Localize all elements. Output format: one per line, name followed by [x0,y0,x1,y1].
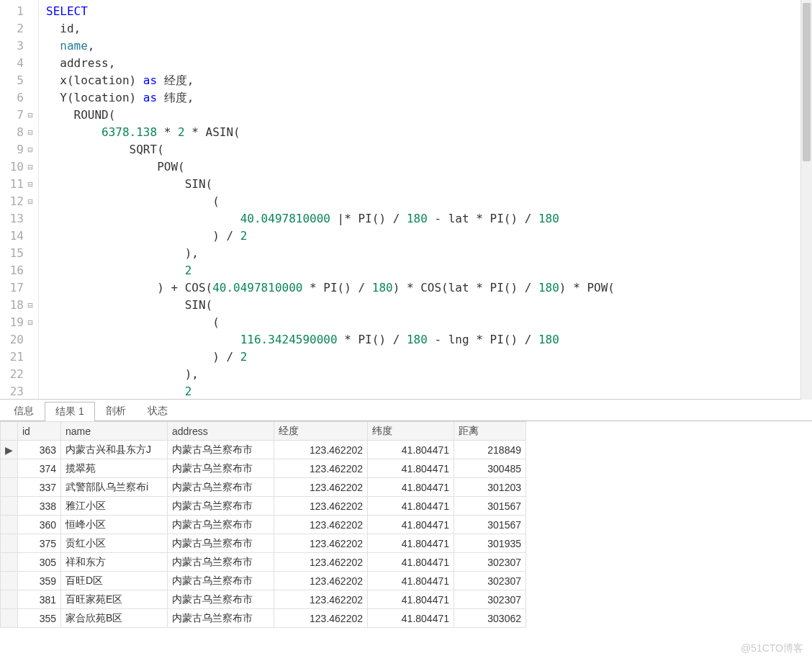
fold-icon[interactable]: ⊟ [24,297,37,314]
cell[interactable]: 41.804471 [368,590,454,609]
table-row[interactable]: 305祥和东方内蒙古乌兰察布市123.46220241.804471302307 [1,553,526,572]
code-line[interactable]: POW( [46,158,812,176]
tab-信息[interactable]: 信息 [3,401,45,421]
code-line[interactable]: ) + COS(40.0497810000 * PI() / 180) * CO… [46,279,812,297]
cell[interactable]: 雅江小区 [61,497,168,516]
cell[interactable]: 内蒙古乌兰察布市 [168,497,274,516]
code-line[interactable]: 40.0497810000 |* PI() / 180 - lat * PI()… [46,210,812,228]
code-line[interactable]: ( [46,314,812,331]
table-row[interactable]: 381百旺家苑E区内蒙古乌兰察布市123.46220241.8044713023… [1,590,526,609]
column-header[interactable]: 纬度 [368,422,454,441]
scrollbar-thumb[interactable] [803,3,811,161]
cell[interactable]: 41.804471 [368,534,454,553]
code-line[interactable]: ), [46,245,812,262]
cell[interactable]: 359 [18,572,61,590]
column-header[interactable]: 距离 [454,422,526,441]
fold-icon[interactable]: ⊟ [24,141,37,158]
code-line[interactable]: SQRT( [46,141,812,158]
cell[interactable]: 41.804471 [368,497,454,516]
cell[interactable]: 内蒙古乌兰察布市 [168,609,274,628]
cell[interactable]: 揽翠苑 [61,459,168,478]
cell[interactable]: 360 [18,516,61,534]
cell[interactable]: 内蒙古乌兰察布市 [168,516,274,534]
cell[interactable]: 贡红小区 [61,534,168,553]
cell[interactable]: 338 [18,497,61,516]
cell[interactable]: 百旺家苑E区 [61,590,168,609]
cell[interactable]: 301567 [454,497,526,516]
column-header[interactable]: id [18,422,61,441]
tab-剖析[interactable]: 剖析 [95,401,137,421]
code-line[interactable]: address, [46,55,812,72]
table-row[interactable]: 337武警部队乌兰察布i内蒙古乌兰察布市123.46220241.8044713… [1,478,526,497]
cell[interactable]: 300485 [454,459,526,478]
column-header[interactable]: name [61,422,168,441]
cell[interactable]: 301567 [454,516,526,534]
cell[interactable]: 123.462202 [274,590,368,609]
fold-icon[interactable]: ⊟ [24,107,37,124]
cell[interactable]: 302307 [454,590,526,609]
results-grid[interactable]: idnameaddress经度纬度距离 ▶363内蒙古兴和县东方J内蒙古乌兰察布… [0,421,812,628]
cell[interactable]: 303062 [454,609,526,628]
code-line[interactable]: ( [46,193,812,210]
cell[interactable]: 41.804471 [368,553,454,572]
cell[interactable]: 内蒙古乌兰察布市 [168,441,274,459]
fold-icon[interactable]: ⊟ [24,158,37,176]
cell[interactable]: 41.804471 [368,459,454,478]
cell[interactable]: 家合欣苑B区 [61,609,168,628]
code-line[interactable]: ) / 2 [46,228,812,245]
cell[interactable]: 武警部队乌兰察布i [61,478,168,497]
cell[interactable]: 302307 [454,553,526,572]
column-header[interactable]: 经度 [274,422,368,441]
cell[interactable]: 内蒙古乌兰察布市 [168,459,274,478]
cell[interactable]: 123.462202 [274,497,368,516]
cell[interactable]: 123.462202 [274,441,368,459]
code-line[interactable]: SIN( [46,297,812,314]
code-line[interactable]: 6378.138 * 2 * ASIN( [46,124,812,141]
table-row[interactable]: 359百旺D区内蒙古乌兰察布市123.46220241.804471302307 [1,572,526,590]
cell[interactable]: 375 [18,534,61,553]
cell[interactable]: 恒峰小区 [61,516,168,534]
cell[interactable]: 内蒙古乌兰察布市 [168,553,274,572]
code-line[interactable]: 116.3424590000 * PI() / 180 - lng * PI()… [46,331,812,349]
cell[interactable]: 301935 [454,534,526,553]
cell[interactable]: 123.462202 [274,478,368,497]
fold-icon[interactable]: ⊟ [24,124,37,141]
cell[interactable]: 123.462202 [274,516,368,534]
cell[interactable]: 内蒙古乌兰察布市 [168,478,274,497]
cell[interactable]: 337 [18,478,61,497]
code-line[interactable]: id, [46,20,812,37]
code-line[interactable]: Y(location) as 纬度, [46,89,812,107]
cell[interactable]: 123.462202 [274,534,368,553]
code-line[interactable]: 2 [46,383,812,399]
cell[interactable]: 363 [18,441,61,459]
cell[interactable]: 41.804471 [368,516,454,534]
cell[interactable]: 内蒙古乌兰察布市 [168,590,274,609]
tab-状态[interactable]: 状态 [137,401,179,421]
table-row[interactable]: ▶363内蒙古兴和县东方J内蒙古乌兰察布市123.46220241.804471… [1,441,526,459]
cell[interactable]: 祥和东方 [61,553,168,572]
cell[interactable]: 123.462202 [274,459,368,478]
cell[interactable]: 内蒙古乌兰察布市 [168,572,274,590]
cell[interactable]: 305 [18,553,61,572]
code-line[interactable]: name, [46,37,812,55]
code-line[interactable]: x(location) as 经度, [46,72,812,89]
table-row[interactable]: 355家合欣苑B区内蒙古乌兰察布市123.46220241.8044713030… [1,609,526,628]
code-line[interactable]: ROUND( [46,107,812,124]
cell[interactable]: 381 [18,590,61,609]
code-line[interactable]: ) / 2 [46,349,812,366]
table-row[interactable]: 375贡红小区内蒙古乌兰察布市123.46220241.804471301935 [1,534,526,553]
cell[interactable]: 123.462202 [274,609,368,628]
table-row[interactable]: 360恒峰小区内蒙古乌兰察布市123.46220241.804471301567 [1,516,526,534]
cell[interactable]: 41.804471 [368,572,454,590]
cell[interactable]: 123.462202 [274,553,368,572]
cell[interactable]: 41.804471 [368,609,454,628]
cell[interactable]: 百旺D区 [61,572,168,590]
sql-code-area[interactable]: SELECT id, name, address, x(location) as… [39,0,812,399]
code-line[interactable]: ), [46,366,812,383]
column-header[interactable]: address [168,422,274,441]
fold-icon[interactable]: ⊟ [24,193,37,210]
cell[interactable]: 355 [18,609,61,628]
tab-结果 1[interactable]: 结果 1 [45,402,95,421]
code-line[interactable]: SIN( [46,176,812,193]
cell[interactable]: 内蒙古乌兰察布市 [168,534,274,553]
